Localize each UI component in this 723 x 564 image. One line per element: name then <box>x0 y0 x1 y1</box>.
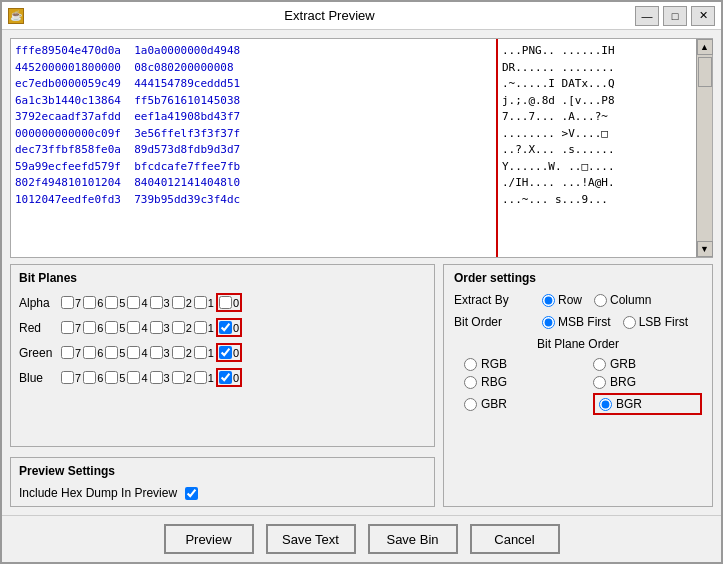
red-5-checkbox[interactable] <box>105 321 118 334</box>
extract-by-row: Extract By Row Column <box>454 293 702 307</box>
extract-by-column-radio[interactable] <box>594 294 607 307</box>
brg-option: BRG <box>593 375 702 389</box>
blue-checkboxes: 7 6 5 4 3 2 1 0 <box>61 368 244 387</box>
text-line: .~.....I DATx...Q <box>502 76 692 93</box>
hex-line: 6a1c3b1440c13864 ff5b761610145038 <box>15 93 492 110</box>
include-hex-checkbox[interactable] <box>185 487 198 500</box>
red-6-checkbox[interactable] <box>83 321 96 334</box>
cancel-button[interactable]: Cancel <box>470 524 560 554</box>
blue-2-checkbox[interactable] <box>172 371 185 384</box>
alpha-checkboxes: 7 6 5 4 3 2 1 0 <box>61 293 244 312</box>
blue-4-checkbox[interactable] <box>127 371 140 384</box>
scroll-up-arrow[interactable]: ▲ <box>697 39 713 55</box>
red-bit-6: 6 <box>83 321 103 334</box>
text-line: ./IH.... ...!A@H. <box>502 175 692 192</box>
alpha-1-checkbox[interactable] <box>194 296 207 309</box>
main-content: fffe89504e470d0a 1a0a0000000d4948 445200… <box>2 30 721 515</box>
green-1-checkbox[interactable] <box>194 346 207 359</box>
extract-by-row-label: Row <box>558 293 582 307</box>
window-title: Extract Preview <box>24 8 635 23</box>
gbr-radio[interactable] <box>464 398 477 411</box>
alpha-7-checkbox[interactable] <box>61 296 74 309</box>
green-6-checkbox[interactable] <box>83 346 96 359</box>
scrollbar[interactable]: ▲ ▼ <box>696 39 712 257</box>
green-bit-1: 1 <box>194 346 214 359</box>
green-3-checkbox[interactable] <box>150 346 163 359</box>
lsb-first-label: LSB First <box>639 315 688 329</box>
hex-line: 802f494810101204 84040121414048l0 <box>15 175 492 192</box>
text-line: Y......W. ..□.... <box>502 159 692 176</box>
rbg-radio[interactable] <box>464 376 477 389</box>
alpha-3-checkbox[interactable] <box>150 296 163 309</box>
app-icon: ☕ <box>8 8 24 24</box>
bit-plane-order-label: Bit Plane Order <box>454 337 702 351</box>
grb-radio[interactable] <box>593 358 606 371</box>
red-bit-1: 1 <box>194 321 214 334</box>
alpha-0-checkbox[interactable] <box>219 296 232 309</box>
save-bin-button[interactable]: Save Bin <box>368 524 458 554</box>
blue-label: Blue <box>19 371 59 385</box>
green-0-checkbox[interactable] <box>219 346 232 359</box>
extract-preview-area: fffe89504e470d0a 1a0a0000000d4948 445200… <box>10 38 713 258</box>
green-5-checkbox[interactable] <box>105 346 118 359</box>
red-label: Red <box>19 321 59 335</box>
grb-option: GRB <box>593 357 702 371</box>
extract-by-column-option: Column <box>594 293 651 307</box>
maximize-button[interactable]: □ <box>663 6 687 26</box>
blue-0-checkbox[interactable] <box>219 371 232 384</box>
include-hex-label: Include Hex Dump In Preview <box>19 486 177 500</box>
red-2-checkbox[interactable] <box>172 321 185 334</box>
blue-7-checkbox[interactable] <box>61 371 74 384</box>
red-0-checkbox[interactable] <box>219 321 232 334</box>
left-panel: Bit Planes Alpha 7 6 5 4 3 2 1 <box>10 264 435 507</box>
gbr-option: GBR <box>464 393 573 415</box>
green-2-checkbox[interactable] <box>172 346 185 359</box>
red-7-checkbox[interactable] <box>61 321 74 334</box>
bit-planes-title: Bit Planes <box>19 271 426 285</box>
scroll-down-arrow[interactable]: ▼ <box>697 241 713 257</box>
green-bit-4: 4 <box>127 346 147 359</box>
green-7-checkbox[interactable] <box>61 346 74 359</box>
green-4-checkbox[interactable] <box>127 346 140 359</box>
blue-bit-6: 6 <box>83 371 103 384</box>
red-4-checkbox[interactable] <box>127 321 140 334</box>
blue-1-checkbox[interactable] <box>194 371 207 384</box>
lsb-first-radio[interactable] <box>623 316 636 329</box>
red-row: Red 7 6 5 4 3 2 1 0 <box>19 318 426 337</box>
blue-bit-5: 5 <box>105 371 125 384</box>
red-bit-2: 2 <box>172 321 192 334</box>
preview-button[interactable]: Preview <box>164 524 254 554</box>
scroll-thumb[interactable] <box>698 57 712 87</box>
blue-bit-0-highlighted: 0 <box>216 368 242 387</box>
msb-first-radio[interactable] <box>542 316 555 329</box>
minimize-button[interactable]: — <box>635 6 659 26</box>
green-checkboxes: 7 6 5 4 3 2 1 0 <box>61 343 244 362</box>
bgr-radio[interactable] <box>599 398 612 411</box>
rgb-label: RGB <box>481 357 507 371</box>
close-button[interactable]: ✕ <box>691 6 715 26</box>
red-3-checkbox[interactable] <box>150 321 163 334</box>
alpha-4-checkbox[interactable] <box>127 296 140 309</box>
extract-by-row-radio[interactable] <box>542 294 555 307</box>
text-line: ...~... s...9... <box>502 192 692 209</box>
red-1-checkbox[interactable] <box>194 321 207 334</box>
hex-line: 000000000000c09f 3e56ffelf3f3f37f <box>15 126 492 143</box>
save-text-button[interactable]: Save Text <box>266 524 356 554</box>
blue-6-checkbox[interactable] <box>83 371 96 384</box>
preview-settings-section: Preview Settings Include Hex Dump In Pre… <box>10 457 435 507</box>
text-line: DR...... ........ <box>502 60 692 77</box>
blue-3-checkbox[interactable] <box>150 371 163 384</box>
extract-by-radio-group: Row Column <box>542 293 651 307</box>
footer: Preview Save Text Save Bin Cancel <box>2 515 721 562</box>
alpha-5-checkbox[interactable] <box>105 296 118 309</box>
alpha-2-checkbox[interactable] <box>172 296 185 309</box>
alpha-6-checkbox[interactable] <box>83 296 96 309</box>
include-hex-row: Include Hex Dump In Preview <box>19 486 426 500</box>
brg-radio[interactable] <box>593 376 606 389</box>
blue-5-checkbox[interactable] <box>105 371 118 384</box>
text-line: j.;.@.8d .[v...P8 <box>502 93 692 110</box>
red-bit-4: 4 <box>127 321 147 334</box>
grb-label: GRB <box>610 357 636 371</box>
rgb-radio[interactable] <box>464 358 477 371</box>
order-settings-section: Order settings Extract By Row Column <box>443 264 713 507</box>
